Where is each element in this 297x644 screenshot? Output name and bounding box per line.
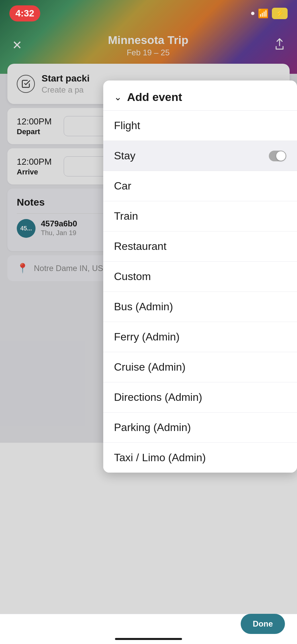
dropdown-item-custom-label: Custom <box>114 270 151 283</box>
dropdown-item-train-label: Train <box>114 210 138 222</box>
home-indicator <box>115 638 182 640</box>
dropdown-item-directions-admin-label: Directions (Admin) <box>114 391 202 404</box>
dropdown-item-parking-admin-label: Parking (Admin) <box>114 421 191 434</box>
dropdown-header: ⌄ Add event <box>103 80 297 111</box>
dropdown-item-bus-admin-label: Bus (Admin) <box>114 301 173 313</box>
signal-icon <box>251 12 254 15</box>
add-event-dropdown: ⌄ Add event Flight Stay Car Train Restau… <box>103 80 297 473</box>
dropdown-item-stay-label: Stay <box>114 150 135 162</box>
dropdown-item-taxi-admin[interactable]: Taxi / Limo (Admin) <box>103 443 297 473</box>
dropdown-item-parking-admin[interactable]: Parking (Admin) <box>103 413 297 443</box>
stay-toggle[interactable] <box>269 151 286 161</box>
dropdown-item-taxi-admin-label: Taxi / Limo (Admin) <box>114 451 206 464</box>
wifi-icon: 📶 <box>258 8 269 19</box>
dropdown-item-ferry-admin[interactable]: Ferry (Admin) <box>103 322 297 352</box>
battery-icon: ⚡ <box>272 8 288 19</box>
dropdown-item-flight-label: Flight <box>114 119 140 132</box>
dropdown-item-cruise-admin-label: Cruise (Admin) <box>114 361 185 373</box>
dropdown-item-directions-admin[interactable]: Directions (Admin) <box>103 382 297 413</box>
status-icons: 📶 ⚡ <box>251 8 288 19</box>
dropdown-item-cruise-admin[interactable]: Cruise (Admin) <box>103 352 297 382</box>
dropdown-item-ferry-admin-label: Ferry (Admin) <box>114 331 180 343</box>
done-button[interactable]: Done <box>241 614 285 634</box>
dropdown-item-stay[interactable]: Stay <box>103 141 297 171</box>
status-time: 4:32 <box>9 5 40 21</box>
dropdown-item-car-label: Car <box>114 180 131 192</box>
dropdown-item-bus-admin[interactable]: Bus (Admin) <box>103 292 297 322</box>
dropdown-item-train[interactable]: Train <box>103 201 297 231</box>
dropdown-item-restaurant-label: Restaurant <box>114 240 167 253</box>
dropdown-title: Add event <box>127 91 182 104</box>
chevron-down-icon: ⌄ <box>114 92 122 103</box>
bottom-bar: Done <box>0 614 297 644</box>
dropdown-item-car[interactable]: Car <box>103 171 297 201</box>
dropdown-item-restaurant[interactable]: Restaurant <box>103 231 297 262</box>
status-bar: 4:32 📶 ⚡ <box>0 0 297 27</box>
dropdown-item-flight[interactable]: Flight <box>103 111 297 141</box>
dropdown-item-custom[interactable]: Custom <box>103 262 297 292</box>
